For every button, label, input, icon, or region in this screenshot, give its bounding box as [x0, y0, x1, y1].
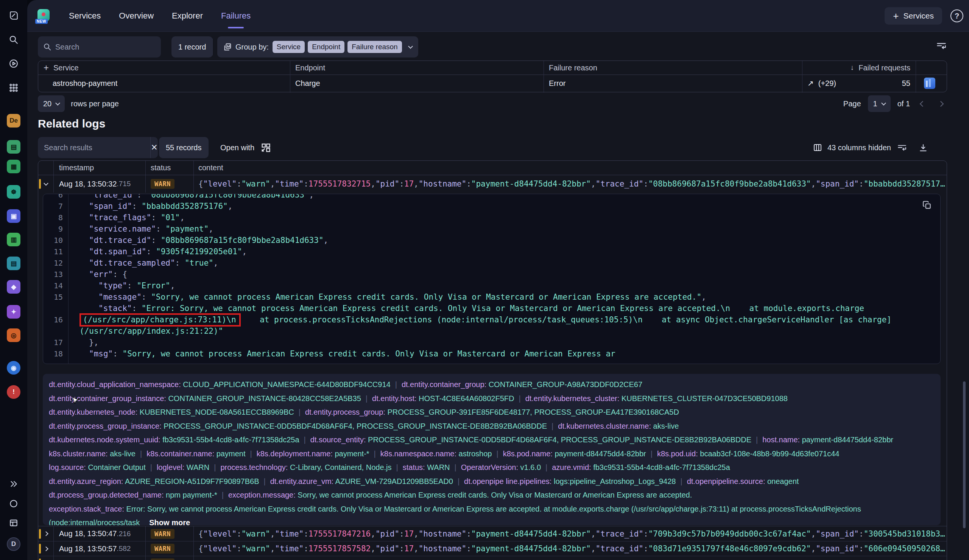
- chevron-down-icon[interactable]: [408, 44, 413, 49]
- log-row[interactable]: Aug 18, 13:50:57.582WARN{"level":"warn",…: [38, 541, 947, 556]
- table-icon[interactable]: [7, 516, 21, 530]
- cell-endpoint[interactable]: Charge: [290, 75, 544, 91]
- log-row[interactable]: Aug 18, 13:51:04.922WARN{"level":"warn",…: [38, 556, 947, 560]
- app-tile-account[interactable]: ◉: [7, 361, 20, 375]
- copy-icon[interactable]: [922, 200, 933, 211]
- next-page-button[interactable]: [935, 98, 946, 110]
- failures-table-row[interactable]: astroshop-payment Charge Error ↗ (+29) 5…: [38, 75, 947, 91]
- metadata-value[interactable]: aks-live: [110, 450, 135, 458]
- open-with-control[interactable]: Open with: [220, 137, 271, 158]
- cell-service[interactable]: astroshop-payment: [38, 75, 290, 91]
- app-tile-deployments[interactable]: De: [7, 114, 20, 128]
- group-chip-failure-reason[interactable]: Failure reason: [348, 41, 401, 53]
- log-row[interactable]: Aug 18, 13:50:32.715WARN{"level":"warn",…: [38, 175, 947, 193]
- group-chip-service[interactable]: Service: [273, 41, 305, 53]
- group-chip-endpoint[interactable]: Endpoint: [308, 41, 345, 53]
- metadata-row: dt.entity.azure_region: AZURE_REGION-A51…: [49, 475, 934, 489]
- column-header-timestamp[interactable]: timestamp: [53, 161, 145, 175]
- help-ring-icon[interactable]: [7, 497, 21, 511]
- column-header-service[interactable]: + Service: [38, 61, 290, 75]
- app-tile-notebooks[interactable]: ▤: [7, 140, 20, 154]
- metadata-key: k8s.deployment.name:: [256, 450, 335, 458]
- column-header-failed-requests[interactable]: ↓ Failed requests: [802, 61, 916, 75]
- prev-page-button[interactable]: [917, 98, 928, 110]
- metadata-value[interactable]: payment: [216, 450, 246, 458]
- row-format-icon[interactable]: [935, 40, 948, 53]
- service-chart-icon[interactable]: [924, 78, 935, 89]
- cell-failure-reason[interactable]: Error: [544, 75, 802, 91]
- logs-search-input[interactable]: [38, 143, 150, 152]
- app-tile-labs[interactable]: ✦: [7, 305, 20, 319]
- metadata-value[interactable]: astroshop: [459, 450, 492, 458]
- metadata-value[interactable]: fb3c9531-55b4-4cd8-a4fc-7f71358dc25a: [593, 463, 730, 472]
- search-icon[interactable]: [7, 33, 21, 47]
- column-header-failure-reason[interactable]: Failure reason: [544, 61, 802, 75]
- help-icon[interactable]: ?: [951, 10, 963, 22]
- add-services-button[interactable]: + Services: [884, 7, 942, 25]
- group-by-label: Group by:: [235, 43, 269, 52]
- page-select[interactable]: 1: [868, 95, 891, 112]
- services-app-icon[interactable]: NEW: [37, 9, 50, 21]
- column-header-endpoint[interactable]: Endpoint: [290, 61, 544, 75]
- metadata-value[interactable]: aks-live: [653, 422, 679, 430]
- expand-rail-icon[interactable]: [7, 477, 21, 491]
- metadata-value[interactable]: CLOUD_APPLICATION_NAMESPACE-644D80BDF94C…: [183, 380, 390, 389]
- log-row[interactable]: Aug 18, 13:50:47.216WARN{"level":"warn",…: [38, 526, 947, 541]
- metadata-value[interactable]: CONTAINER_GROUP_INSTANCE-80428CC58E2A5B3…: [168, 394, 361, 402]
- metadata-value[interactable]: PROCESS_GROUP_INSTANCE-0DD5BDF4D68AF6F4,…: [163, 422, 547, 430]
- metadata-value[interactable]: bcaab3cf-108e-48b8-9b99-4d63fe071c44: [700, 450, 839, 458]
- metadata-value[interactable]: AZURE_VM-729AD1209BB5EAD0: [335, 477, 453, 485]
- json-line: 12"dt.trace_sampled": "true",: [43, 257, 940, 269]
- metadata-value[interactable]: WARN: [186, 463, 209, 472]
- failures-search-input[interactable]: [55, 43, 156, 52]
- metadata-value[interactable]: fb3c9531-55b4-4cd8-a4fc-7f71358dc25a: [162, 435, 299, 444]
- columns-hidden-button[interactable]: 43 columns hidden: [813, 137, 891, 158]
- user-avatar[interactable]: D: [7, 537, 20, 551]
- metadata-value[interactable]: Sorry, we cannot process American Expres…: [298, 491, 692, 499]
- metadata-value[interactable]: KUBERNETES_NODE-08A561ECCB8969BC: [140, 408, 294, 416]
- download-icon[interactable]: [917, 142, 929, 154]
- apps-grid-icon[interactable]: [7, 81, 21, 95]
- metadata-value[interactable]: payment-d84475dd4-82bbr: [802, 435, 893, 444]
- column-header-status[interactable]: status: [145, 161, 193, 175]
- metadata-key: exception.stack_trace:: [49, 505, 127, 513]
- metadata-value[interactable]: Container Output: [88, 463, 145, 472]
- app-tile-services[interactable]: ◆: [7, 280, 20, 294]
- rows-per-page-select[interactable]: 20: [38, 95, 65, 112]
- app-tile-settings[interactable]: ◎: [7, 329, 20, 342]
- clear-search-icon[interactable]: ✕: [150, 137, 158, 158]
- tab-explorer[interactable]: Explorer: [171, 0, 204, 32]
- tab-failures[interactable]: Failures: [220, 0, 251, 32]
- metadata-value[interactable]: PROCESS_GROUP-391FE85F6DE48177, PROCESS_…: [387, 408, 679, 416]
- app-tile-kubernetes[interactable]: ☸: [7, 185, 20, 199]
- dynatrace-logo[interactable]: [7, 8, 21, 23]
- scrollbar-thumb[interactable]: [963, 381, 966, 528]
- metadata-value[interactable]: oneagent: [767, 477, 799, 485]
- play-circle-icon[interactable]: [7, 56, 21, 71]
- column-header-content[interactable]: content: [193, 161, 947, 175]
- metadata-value[interactable]: v1.6.0: [521, 463, 541, 472]
- metadata-value[interactable]: HOST-4C8E64A60802F5FD: [419, 394, 514, 402]
- metadata-value[interactable]: CONTAINER_GROUP-A98A73DDF0D2CE67: [489, 380, 642, 389]
- tab-overview[interactable]: Overview: [118, 0, 155, 32]
- app-tile-dashboards[interactable]: ▦: [7, 160, 20, 173]
- row-format-icon[interactable]: [896, 142, 908, 154]
- tab-services[interactable]: Services: [68, 0, 102, 32]
- app-tile-alerts[interactable]: !: [7, 385, 20, 399]
- metadata-value[interactable]: PROCESS_GROUP_INSTANCE-0DD5BDF4D68AF6F4,…: [368, 435, 751, 444]
- metadata-value[interactable]: payment-*: [335, 450, 369, 458]
- metadata-value[interactable]: npm payment-*: [166, 491, 217, 499]
- metadata-value[interactable]: C-Library, Containerd, Node.js: [290, 463, 392, 472]
- metadata-value[interactable]: payment-d84475dd4-82bbr: [554, 450, 646, 458]
- show-more-link[interactable]: Show more: [149, 518, 190, 525]
- add-column-icon[interactable]: +: [43, 62, 49, 73]
- metadata-value[interactable]: AZURE_REGION-A51D9F7F90897B6B: [125, 477, 259, 485]
- metadata-value[interactable]: logs:pipeline_Astroshop_Logs_9428: [554, 477, 676, 485]
- app-tile-infrastructure[interactable]: ▣: [7, 209, 20, 223]
- app-tile-clouds[interactable]: ▤: [7, 256, 20, 270]
- failures-table-header: + Service Endpoint Failure reason ↓ Fail…: [38, 61, 947, 75]
- logs-table: timestamp status content Aug 18, 13:50:3…: [38, 160, 947, 560]
- metadata-value[interactable]: KUBERNETES_CLUSTER-047D3CE50BD91088: [621, 394, 788, 402]
- app-tile-metrics[interactable]: ▥: [7, 233, 20, 246]
- metadata-value[interactable]: WARN: [427, 463, 450, 472]
